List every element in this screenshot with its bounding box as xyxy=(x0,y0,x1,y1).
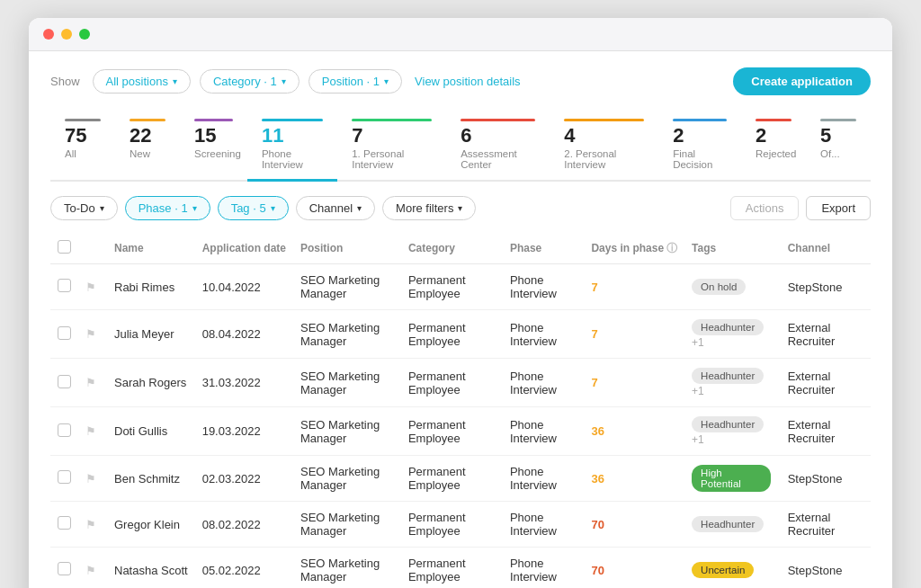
days-in-phase-header[interactable]: Days in phase ⓘ xyxy=(584,235,684,264)
more-filters[interactable]: More filters ▾ xyxy=(382,196,476,220)
row-channel: External Recruiter xyxy=(781,359,871,407)
row-checkbox-cell[interactable] xyxy=(50,407,78,456)
row-phase: Phone Interview xyxy=(503,456,584,502)
row-category: Permanent Employee xyxy=(401,548,503,588)
tag-filter[interactable]: Tag · 5 ▾ xyxy=(218,196,289,220)
phase-tab-2.-personal-interview[interactable]: 4 2. Personal Interview xyxy=(550,111,658,182)
actions-button[interactable]: Actions xyxy=(730,196,800,220)
name-header[interactable]: Name xyxy=(107,235,195,264)
phase-tab-all[interactable]: 75 All xyxy=(50,111,115,182)
row-app-date: 08.02.2022 xyxy=(195,502,293,548)
row-checkbox-cell[interactable] xyxy=(50,548,78,588)
row-position: SEO Marketing Manager xyxy=(293,456,401,502)
create-application-button[interactable]: Create application xyxy=(733,67,871,95)
phase-tab-phone-interview[interactable]: 11 Phone Interview xyxy=(247,111,337,182)
phase-tab-final-decision[interactable]: 2 Final Decision xyxy=(658,111,741,182)
flag-icon[interactable]: ⚑ xyxy=(85,472,96,486)
flag-icon[interactable]: ⚑ xyxy=(85,376,96,389)
row-flag-cell: ⚑ xyxy=(78,264,107,310)
flag-icon[interactable]: ⚑ xyxy=(85,564,96,577)
row-name[interactable]: Sarah Rogers xyxy=(107,359,195,407)
row-app-date: 10.04.2022 xyxy=(195,264,293,310)
all-positions-filter[interactable]: All positions ▾ xyxy=(93,69,191,94)
row-position: SEO Marketing Manager xyxy=(293,502,401,548)
row-name[interactable]: Natasha Scott xyxy=(107,548,195,588)
phase-tab-new[interactable]: 22 New xyxy=(115,111,180,182)
table-row: ⚑ Doti Gullis 19.03.2022 SEO Marketing M… xyxy=(50,407,871,456)
row-tags: Headhunter xyxy=(684,502,781,548)
phase-tab-screening[interactable]: 15 Screening xyxy=(180,111,247,182)
phase-tab-of...[interactable]: 5 Of... xyxy=(806,111,871,182)
position-filter[interactable]: Position · 1 ▾ xyxy=(308,69,402,94)
maximize-dot[interactable] xyxy=(79,29,90,40)
filter-row: To-Do ▾ Phase · 1 ▾ Tag · 5 ▾ Channel ▾ … xyxy=(50,196,871,220)
row-name[interactable]: Doti Gullis xyxy=(107,407,195,456)
phase-header[interactable]: Phase xyxy=(503,235,584,264)
row-checkbox[interactable] xyxy=(58,562,71,575)
row-checkbox[interactable] xyxy=(58,375,71,388)
row-category: Permanent Employee xyxy=(401,407,503,456)
tag-badge: Headhunter xyxy=(692,368,764,384)
app-date-header[interactable]: Application date xyxy=(195,235,293,264)
table-row: ⚑ Julia Meyer 08.04.2022 SEO Marketing M… xyxy=(50,310,871,359)
row-tags: Uncertain xyxy=(684,548,781,588)
row-position: SEO Marketing Manager xyxy=(293,407,401,456)
position-header[interactable]: Position xyxy=(293,235,401,264)
tag-badge: Headhunter xyxy=(692,516,764,532)
flag-icon[interactable]: ⚑ xyxy=(85,327,96,341)
select-all-checkbox[interactable] xyxy=(58,240,71,254)
select-all-header[interactable] xyxy=(50,235,78,264)
row-channel: External Recruiter xyxy=(781,310,871,359)
row-channel: StepStone xyxy=(781,548,871,588)
tags-header[interactable]: Tags xyxy=(684,235,781,264)
row-checkbox-cell[interactable] xyxy=(50,359,78,407)
row-checkbox[interactable] xyxy=(58,326,71,340)
category-header[interactable]: Category xyxy=(401,235,503,264)
row-checkbox-cell[interactable] xyxy=(50,264,78,310)
row-tags: High Potential xyxy=(684,456,781,502)
row-name[interactable]: Julia Meyer xyxy=(107,310,195,359)
export-button[interactable]: Export xyxy=(806,196,871,220)
row-checkbox-cell[interactable] xyxy=(50,456,78,502)
phase-tab-rejected[interactable]: 2 Rejected xyxy=(741,111,806,182)
chevron-down-icon: ▾ xyxy=(282,76,286,86)
row-phase: Phone Interview xyxy=(503,264,584,310)
row-phase: Phone Interview xyxy=(503,407,584,456)
todo-filter[interactable]: To-Do ▾ xyxy=(50,196,118,220)
table-row: ⚑ Natasha Scott 05.02.2022 SEO Marketing… xyxy=(50,548,871,588)
row-checkbox[interactable] xyxy=(58,516,71,530)
phase-tab-assessment-center[interactable]: 6 Assessment Center xyxy=(446,111,550,182)
row-tags: Headhunter+1 xyxy=(684,407,781,456)
row-checkbox-cell[interactable] xyxy=(50,310,78,359)
tag-extra: +1 xyxy=(692,385,704,397)
channel-filter[interactable]: Channel ▾ xyxy=(296,196,375,220)
info-icon[interactable]: ⓘ xyxy=(666,241,677,256)
chevron-down-icon: ▾ xyxy=(458,203,462,213)
row-tags: On hold xyxy=(684,264,781,310)
flag-icon[interactable]: ⚑ xyxy=(85,518,96,531)
filter-actions: Actions Export xyxy=(730,196,871,220)
tag-badge: On hold xyxy=(692,279,746,295)
tag-extra: +1 xyxy=(692,336,704,349)
flag-icon[interactable]: ⚑ xyxy=(85,281,96,294)
row-checkbox-cell[interactable] xyxy=(50,502,78,548)
close-dot[interactable] xyxy=(43,29,54,40)
row-category: Permanent Employee xyxy=(401,456,503,502)
view-position-details-link[interactable]: View position details xyxy=(415,75,521,88)
row-channel: StepStone xyxy=(781,456,871,502)
row-name[interactable]: Ben Schmitz xyxy=(107,456,195,502)
category-filter[interactable]: Category · 1 ▾ xyxy=(200,69,300,94)
row-checkbox[interactable] xyxy=(58,423,71,437)
row-checkbox[interactable] xyxy=(58,279,71,292)
row-tags: Headhunter+1 xyxy=(684,359,781,407)
row-app-date: 31.03.2022 xyxy=(195,359,293,407)
flag-icon[interactable]: ⚑ xyxy=(85,424,96,438)
minimize-dot[interactable] xyxy=(61,29,72,40)
channel-header[interactable]: Channel xyxy=(781,235,871,264)
row-name[interactable]: Rabi Rimes xyxy=(107,264,195,310)
row-checkbox[interactable] xyxy=(58,470,71,484)
phase-filter[interactable]: Phase · 1 ▾ xyxy=(125,196,210,220)
row-name[interactable]: Gregor Klein xyxy=(107,502,195,548)
phase-tab-1.-personal-interview[interactable]: 7 1. Personal Interview xyxy=(337,111,446,182)
priority-header xyxy=(78,235,107,264)
